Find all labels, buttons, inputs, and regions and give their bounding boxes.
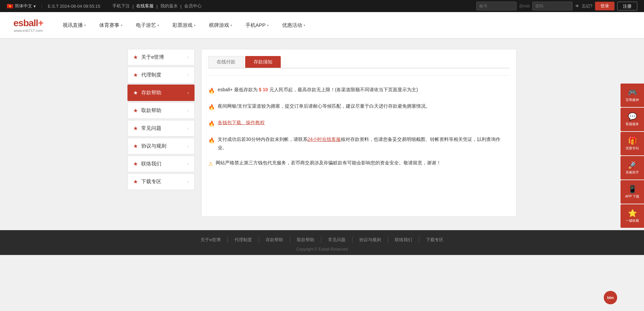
top-links: 手机下注 | 在线客服 | 我的返水 | 会员中心 xyxy=(112,3,202,9)
promo-icon: 🎁 xyxy=(628,137,637,145)
star-icon: ⭐ xyxy=(628,209,637,218)
highlight-amount: $ 10 xyxy=(259,87,268,92)
nav-lottery[interactable]: 彩票游戏 ▾ xyxy=(166,19,202,31)
float-btn-assistant[interactable]: 🚀 亲兼助手 xyxy=(621,156,644,179)
divider xyxy=(208,75,509,75)
main-content: ★ 关于e世博 › ★ 代理制度 › ★ 存款帮助 › ★ 取款帮助 › ★ 常… xyxy=(121,49,523,217)
notice-text-4: 支付成功后若30分钟内存款未到帐，请联系24小时在线客服核对存款资料，也请您备妥… xyxy=(218,135,509,152)
notice-item-1: 🔥 esball+ 最低存款为 $ 10 元人民币起，最高存款无上限！(各渠道限… xyxy=(208,86,509,95)
star-icon: ★ xyxy=(133,143,138,149)
tab-deposit-notice[interactable]: 存款须知 xyxy=(245,56,281,68)
sidebar: ★ 关于e世博 › ★ 代理制度 › ★ 存款帮助 › ★ 取款帮助 › ★ 常… xyxy=(127,49,195,217)
rocket-icon: 🚀 xyxy=(628,161,637,169)
timestamp: E.S.T 2024-08-04 09:55:15 xyxy=(48,4,100,9)
footer-link-deposit[interactable]: 存款帮助 xyxy=(259,237,290,243)
arrow-right-icon: › xyxy=(187,108,189,113)
footer: 关于e世博 代理制度 存款帮助 取款帮助 常见问题 协议与规则 联络我们 下载专… xyxy=(0,230,644,255)
sep3: | xyxy=(180,4,181,9)
sidebar-item-contact[interactable]: ★ 联络我们 › xyxy=(127,156,195,172)
sidebar-item-faq[interactable]: ★ 常见问题 › xyxy=(127,120,195,137)
star-icon: ★ xyxy=(133,125,138,132)
float-buttons: 🎮 至尊赌神 💬 客服服务 🎁 优惠专站 🚀 亲兼助手 📱 APP 下载 ⭐ 一… xyxy=(621,84,644,228)
footer-link-agent[interactable]: 代理制度 xyxy=(228,237,259,243)
nav-board[interactable]: 棋牌游戏 ▾ xyxy=(203,19,238,31)
notice-item-2: 🔥 夜间网银/支付宝渠道较为拥塞，提交订单后请耐心等候匹配，建议尽量于白天进行存… xyxy=(208,102,509,112)
logo[interactable]: esball+ www.esb717.com xyxy=(13,18,43,33)
link-member[interactable]: 会员中心 xyxy=(184,3,202,9)
customer-service-link[interactable]: 24小时在线客服 xyxy=(308,137,341,142)
phone-icon: 📱 xyxy=(628,185,637,194)
arrow-right-icon: › xyxy=(187,144,189,149)
nav-sports[interactable]: 体育赛事 ▾ xyxy=(93,19,128,31)
language-selector[interactable]: 🇻🇳 简体中文 ▾ xyxy=(7,3,36,9)
chevron-down-icon: ▾ xyxy=(267,23,269,27)
footer-link-rules[interactable]: 协议与规则 xyxy=(353,237,388,243)
nav-app[interactable]: 手机APP ▾ xyxy=(239,19,275,31)
sidebar-item-download[interactable]: ★ 下载专区 › xyxy=(127,173,195,190)
sep1: | xyxy=(132,4,133,9)
link-app[interactable]: 手机下注 xyxy=(112,3,130,9)
content-panel: 在线付款 存款须知 🔥 esball+ 最低存款为 $ 10 元人民币起，最高存… xyxy=(201,49,517,217)
account-input[interactable] xyxy=(476,2,517,10)
star-icon: ★ xyxy=(133,161,138,167)
fire-icon: 🔥 xyxy=(208,86,215,95)
header: esball+ www.esb717.com 视讯直播 ▾ 体育赛事 ▾ 电子游… xyxy=(0,12,644,39)
footer-link-withdraw[interactable]: 取款帮助 xyxy=(290,237,321,243)
arrow-right-icon: › xyxy=(187,162,189,166)
tab-online-payment[interactable]: 在线付款 xyxy=(208,56,244,68)
float-btn-bookmark[interactable]: ⭐ 一键收藏 xyxy=(621,204,644,228)
star-icon: ★ xyxy=(133,72,138,78)
footer-link-download[interactable]: 下载专区 xyxy=(419,237,450,243)
arrow-right-icon: › xyxy=(187,126,189,131)
fire-icon: 🔥 xyxy=(208,136,215,145)
eye-icon[interactable]: 👁 xyxy=(575,4,579,8)
notice-item-4: 🔥 支付成功后若30分钟内存款未到帐，请联系24小时在线客服核对存款资料，也请您… xyxy=(208,135,509,152)
notice-item-5: ⚠ 网站严格禁止第三方钱包代充服务，若币商交易涉及诈骗赃款有可能会影响您的资金安… xyxy=(208,159,509,168)
arrow-right-icon: › xyxy=(187,73,189,77)
footer-links: 关于e世博 代理制度 存款帮助 取款帮助 常见问题 协议与规则 联络我们 下载专… xyxy=(0,237,644,243)
arrow-right-icon: › xyxy=(187,91,189,95)
notice-text-5: 网站严格禁止第三方钱包代充服务，若币商交易涉及诈骗赃款有可能会影响您的资金安全。… xyxy=(216,159,441,167)
sidebar-item-rules[interactable]: ★ 协议与规则 › xyxy=(127,138,195,154)
wallet-download-link[interactable]: 各钱包下载、操作教程 xyxy=(218,120,265,125)
logo-sub: www.esb717.com xyxy=(14,29,43,33)
footer-link-contact[interactable]: 联络我们 xyxy=(388,237,419,243)
chevron-down-icon: ▾ xyxy=(84,23,86,27)
login-button[interactable]: 登录 xyxy=(595,2,614,10)
footer-link-about[interactable]: 关于e世博 xyxy=(194,237,227,243)
star-icon: ★ xyxy=(133,107,138,114)
lang-arrow: ▾ xyxy=(34,4,36,9)
nav-live[interactable]: 视讯直播 ▾ xyxy=(57,19,92,31)
footer-copyright: Copyright © Esball Reserved xyxy=(0,247,644,252)
top-bar: 🇻🇳 简体中文 ▾ | E.S.T 2024-08-04 09:55:15 手机… xyxy=(0,0,644,12)
fire-icon: 🔥 xyxy=(208,103,215,112)
chevron-down-icon: ▾ xyxy=(304,23,305,27)
link-service[interactable]: 在线客服 xyxy=(136,3,154,9)
footer-link-faq[interactable]: 常见问题 xyxy=(321,237,353,243)
at-hint: @esb xyxy=(519,4,530,8)
link-return[interactable]: 我的返水 xyxy=(160,3,178,9)
float-btn-gaming[interactable]: 🎮 至尊赌神 xyxy=(621,84,644,107)
star-icon: ★ xyxy=(133,54,138,60)
sep2: | xyxy=(156,4,157,9)
sidebar-item-about[interactable]: ★ 关于e世博 › xyxy=(127,49,195,65)
sidebar-item-withdraw[interactable]: ★ 取款帮助 › xyxy=(127,102,195,119)
chevron-down-icon: ▾ xyxy=(121,23,122,27)
register-button[interactable]: 注册 xyxy=(617,2,637,10)
password-input[interactable] xyxy=(532,2,573,10)
content-body: 🔥 esball+ 最低存款为 $ 10 元人民币起，最高存款无上限！(各渠道限… xyxy=(208,82,509,178)
arrow-right-icon: › xyxy=(187,55,189,60)
logo-text: esball+ xyxy=(13,18,43,29)
sidebar-item-agent[interactable]: ★ 代理制度 › xyxy=(127,67,195,83)
float-btn-service[interactable]: 💬 客服服务 xyxy=(621,108,644,131)
float-btn-appdown[interactable]: 📱 APP 下载 xyxy=(621,180,644,204)
forgot-link[interactable]: 忘记? xyxy=(582,3,592,9)
star-icon: ★ xyxy=(133,178,138,185)
notice-text-1: esball+ 最低存款为 $ 10 元人民币起，最高存款无上限！(各渠道限额不… xyxy=(218,86,418,94)
nav-promo[interactable]: 优惠活动 ▾ xyxy=(276,19,311,31)
float-btn-promo[interactable]: 🎁 优惠专站 xyxy=(621,132,644,155)
notice-text-2: 夜间网银/支付宝渠道较为拥塞，提交订单后请耐心等候匹配，建议尽量于白天进行存款避… xyxy=(218,102,430,110)
nav-electronic[interactable]: 电子游艺 ▾ xyxy=(130,19,165,31)
star-icon: ★ xyxy=(133,90,138,96)
sidebar-item-deposit[interactable]: ★ 存款帮助 › xyxy=(127,85,195,101)
